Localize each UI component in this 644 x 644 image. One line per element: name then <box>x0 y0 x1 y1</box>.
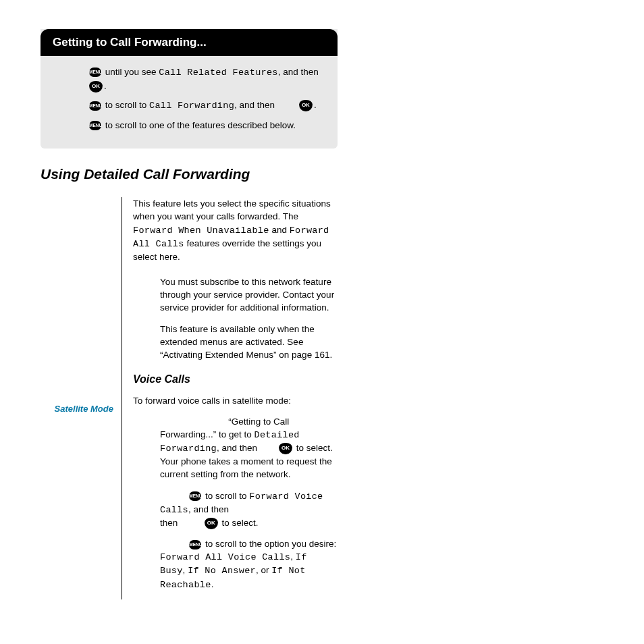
menu-icon: MENU <box>189 540 201 549</box>
ok-icon: OK <box>89 81 103 92</box>
step-2: MENU to scroll to Forward Voice Calls, a… <box>160 489 338 529</box>
menu-term: Call Related Features <box>159 68 277 78</box>
panel-line-1: MENU until you see Call Related Features… <box>88 65 323 92</box>
menu-term: If No Answer <box>188 566 256 576</box>
ok-icon: OK <box>205 518 218 529</box>
panel-line-3: MENU to scroll to one of the features de… <box>88 119 323 132</box>
ok-icon: OK <box>279 443 292 454</box>
subsection-title: Voice Calls <box>133 372 338 387</box>
menu-term: Forward All Voice Calls <box>160 552 290 562</box>
section-title: Using Detailed Call Forwarding <box>41 166 338 182</box>
instruction-panel: Getting to Call Forwarding... MENU until… <box>41 29 338 149</box>
menu-icon: MENU <box>89 121 101 130</box>
content-column: This feature lets you select the specifi… <box>122 197 338 599</box>
menu-icon: MENU <box>89 68 101 77</box>
notes-block: You must subscribe to this network featu… <box>160 275 338 361</box>
steps-block: “Getting to Call Forwarding...” to get t… <box>160 415 338 591</box>
margin-column: Satellite Mode <box>41 197 122 599</box>
intro-paragraph: This feature lets you select the specifi… <box>133 197 338 263</box>
panel-title: Getting to Call Forwarding... <box>41 29 338 56</box>
note-paragraph: This feature is available only when the … <box>160 323 338 361</box>
ok-icon: OK <box>299 100 313 111</box>
panel-body: MENU until you see Call Related Features… <box>41 56 338 149</box>
step-1: “Getting to Call Forwarding...” to get t… <box>160 415 338 481</box>
menu-term: Forward When Unavailable <box>133 225 269 236</box>
margin-label-satellite: Satellite Mode <box>41 404 113 414</box>
step-3: MENU to scroll to the option you desire:… <box>160 537 338 591</box>
menu-term: Call Forwarding <box>149 101 234 111</box>
voice-intro: To forward voice calls in satellite mode… <box>133 394 338 407</box>
note-paragraph: You must subscribe to this network featu… <box>160 275 338 314</box>
menu-icon: MENU <box>189 491 201 501</box>
panel-line-2: MENU to scroll to Call Forwarding, and t… <box>88 99 323 113</box>
menu-icon: MENU <box>89 101 101 111</box>
